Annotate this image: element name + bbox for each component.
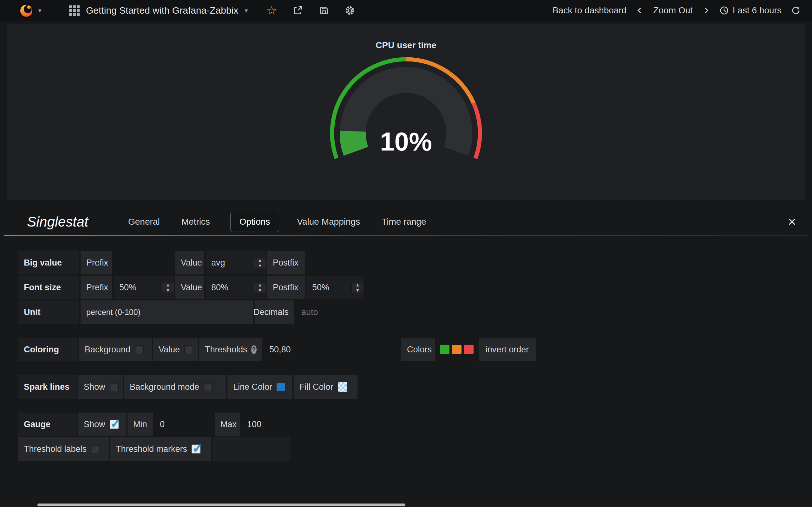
tab-metrics[interactable]: Metrics [180,212,211,232]
star-dashboard-button[interactable]: ☆ [266,4,277,16]
gauge-min-input[interactable] [154,412,213,436]
prefix-font-size-select[interactable]: 50% ▲ ▼ [113,276,174,299]
panel-editor: Singlestat General Metrics Options Value… [0,209,812,461]
grafana-menu-button[interactable]: ▾ [0,0,60,21]
threshold-labels-checkbox[interactable] [91,445,100,453]
refresh-button[interactable] [791,6,801,15]
coloring-background-option: Background [79,338,152,361]
font-size-row: Font size Prefix 50% ▲ ▼ Value 80% ▲ ▼ [18,276,812,299]
threshold-markers-option: Threshold markers ✓ [110,437,211,461]
singlestat-panel: CPU user time 10% [7,24,805,200]
refresh-icon [791,6,801,15]
gauge-value-fill [353,131,356,151]
value-checkbox[interactable] [184,345,193,354]
dashboard-grid-icon [69,5,80,16]
background-checkbox[interactable] [135,345,144,354]
line-color-label: Line Color [233,382,272,392]
decimals-label: Decimals [255,300,294,324]
tab-value-mappings[interactable]: Value Mappings [296,212,361,232]
prefix-label: Prefix [81,276,112,299]
arrow-up-icon: ▲ [258,258,262,262]
threshold-options-row: Threshold labels Threshold markers ✓ [18,437,812,461]
coloring-row: Coloring Background Value Thresholds ? C… [18,338,812,361]
orange-color-swatch[interactable] [452,345,461,354]
background-mode-checkbox[interactable] [204,383,212,391]
dashboard-picker[interactable]: Getting Started with Grafana-Zabbix ▾ [60,0,257,21]
arrow-down-icon: ▼ [258,288,262,292]
invert-order-button[interactable]: invert order [478,338,536,361]
selected-size: 50% [113,283,162,292]
unit-value-dropdown[interactable]: percent (0-100) [81,300,253,324]
chevron-right-icon [702,7,710,14]
panel-title[interactable]: CPU user time [7,24,805,50]
decimals-input[interactable] [296,300,353,324]
arrow-up-icon: ▲ [356,283,360,287]
background-label: Background [85,345,131,354]
grafana-logo-icon [18,3,34,18]
show-label: Show [84,382,105,392]
fill-color-label: Fill Color [299,382,334,392]
postfix-font-size-select[interactable]: 50% ▲ ▼ [306,276,363,299]
options-form: Big value Prefix Value avg ▲ ▼ Postfix [0,236,812,461]
share-dashboard-button[interactable] [293,5,303,15]
chevron-down-icon: ▾ [38,7,41,14]
big-value-postfix-input[interactable] [306,251,363,274]
coloring-value-option: Value [153,338,198,361]
select-spinner[interactable]: ▲ ▼ [254,258,266,268]
gauge-row: Gauge Show ✓ Min Max [18,412,812,436]
time-shift-back-button[interactable] [636,7,644,14]
sparkline-show-checkbox[interactable] [110,383,119,391]
fill-color-swatch[interactable] [338,382,347,392]
thresholds-input[interactable] [264,338,400,361]
back-to-dashboard-button[interactable]: Back to dashboard [553,5,627,15]
share-icon [293,5,303,15]
clock-icon [719,6,729,15]
select-spinner[interactable]: ▲ ▼ [254,283,266,292]
settings-button[interactable] [345,5,355,15]
tab-time-range[interactable]: Time range [380,212,427,232]
value-label: Value [159,345,180,354]
spark-lines-row: Spark lines Show Background mode Line Co… [18,375,812,399]
help-icon[interactable]: ? [251,345,257,354]
big-value-stat-select[interactable]: avg ▲ ▼ [206,251,266,274]
threshold-markers-checkbox[interactable]: ✓ [192,445,200,453]
sparkline-show-option: Show [78,375,123,399]
selected-size: 80% [206,283,254,292]
thresholds-field-cell [264,338,400,361]
zoom-out-button[interactable]: Zoom Out [653,5,693,15]
decimals-field-cell [296,300,353,324]
min-label: Min [128,412,153,436]
threshold-labels-option: Threshold labels [18,437,109,461]
gauge-max-input[interactable] [241,412,299,436]
gauge-show-checkbox[interactable]: ✓ [110,420,119,429]
select-spinner[interactable]: ▲ ▼ [162,283,174,292]
save-icon [319,5,329,15]
value-font-size-select[interactable]: 80% ▲ ▼ [206,276,266,299]
big-value-prefix-input[interactable] [113,251,174,274]
red-color-swatch[interactable] [464,345,473,354]
line-color-swatch[interactable] [276,383,285,391]
time-range-picker[interactable]: Last 6 hours [719,5,781,15]
max-label: Max [215,412,240,436]
font-size-label: Font size [18,276,79,299]
time-range-label: Last 6 hours [733,5,781,15]
top-navbar: ▾ Getting Started with Grafana-Zabbix ▾ … [0,0,812,21]
save-dashboard-button[interactable] [319,5,329,15]
spark-lines-label: Spark lines [18,375,77,399]
time-shift-forward-button[interactable] [702,7,710,14]
arrow-up-icon: ▲ [166,283,170,287]
postfix-label: Postfix [267,251,305,274]
close-editor-button[interactable] [786,216,798,228]
gauge-threshold-red [473,103,480,158]
green-color-swatch[interactable] [440,345,450,354]
horizontal-scrollbar[interactable] [38,504,405,506]
select-spinner[interactable]: ▲ ▼ [351,283,363,292]
threshold-markers-label: Threshold markers [116,444,187,454]
tab-general[interactable]: General [127,212,161,232]
cpu-gauge: 10% [327,55,485,162]
tab-options[interactable]: Options [230,212,280,232]
panel-type-title: Singlestat [27,214,108,230]
arrow-down-icon: ▼ [258,263,262,268]
big-value-label: Big value [18,251,79,274]
unit-label: Unit [18,300,79,324]
